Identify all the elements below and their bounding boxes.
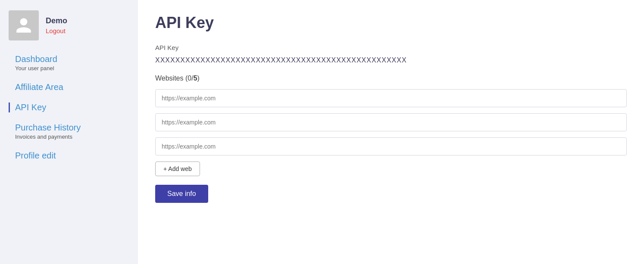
sidebar-item-dashboard[interactable]: Dashboard Your user panel (9, 54, 129, 72)
website-input-2[interactable] (155, 113, 627, 131)
user-info: Demo Logout (46, 16, 67, 34)
websites-suffix: ) (197, 75, 200, 82)
sidebar: Demo Logout Dashboard Your user panel Af… (0, 0, 138, 264)
sidebar-item-affiliate-title: Affiliate Area (15, 82, 129, 92)
sidebar-item-profile-title: Profile edit (15, 151, 129, 161)
websites-label: Websites (0/5) (155, 75, 627, 82)
api-key-label: API Key (155, 44, 627, 51)
websites-max: 5 (194, 75, 197, 82)
main-content: API Key API Key XXXXXXXXXXXXXXXXXXXXXXXX… (138, 0, 644, 264)
website-input-1[interactable] (155, 89, 627, 107)
sidebar-item-apikey-title: API Key (15, 102, 129, 112)
sidebar-item-apikey[interactable]: API Key (9, 102, 129, 112)
logout-link[interactable]: Logout (46, 27, 67, 34)
sidebar-item-dashboard-title: Dashboard (15, 54, 129, 64)
sidebar-item-purchase-subtitle: Invoices and payments (15, 134, 72, 140)
websites-label-text: Websites (0/ (155, 75, 194, 82)
user-section: Demo Logout (9, 10, 129, 40)
sidebar-item-dashboard-subtitle: Your user panel (15, 65, 54, 71)
api-key-value: XXXXXXXXXXXXXXXXXXXXXXXXXXXXXXXXXXXXXXXX… (155, 56, 627, 64)
user-name: Demo (46, 16, 67, 25)
page-title: API Key (155, 14, 627, 32)
website-input-3[interactable] (155, 137, 627, 155)
add-web-button[interactable]: + Add web (155, 162, 200, 176)
sidebar-item-affiliate[interactable]: Affiliate Area (9, 82, 129, 92)
save-info-button[interactable]: Save info (155, 185, 208, 203)
sidebar-item-purchase-title: Purchase History (15, 123, 129, 133)
sidebar-item-purchase[interactable]: Purchase History Invoices and payments (9, 123, 129, 140)
sidebar-item-profile[interactable]: Profile edit (9, 151, 129, 161)
avatar (9, 10, 39, 40)
